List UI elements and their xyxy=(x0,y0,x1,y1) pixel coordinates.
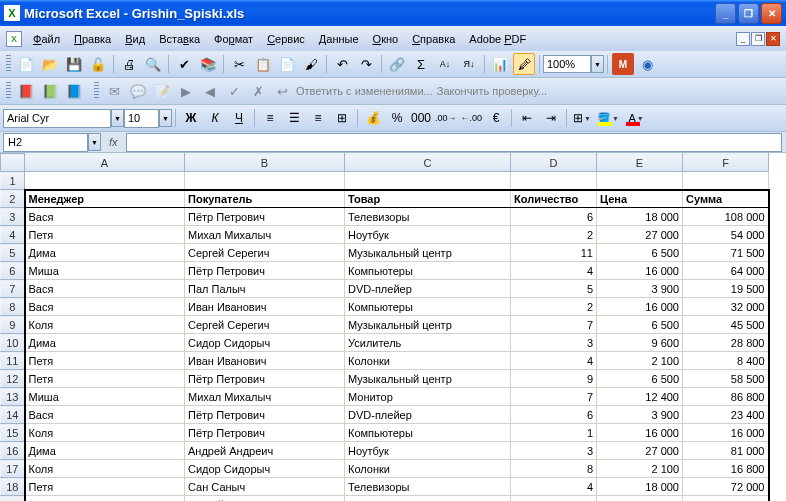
new-button[interactable]: 📄 xyxy=(15,53,37,75)
menu-формат[interactable]: Формат xyxy=(207,30,260,48)
row-header[interactable]: 2 xyxy=(1,190,25,208)
cell[interactable]: Миша xyxy=(25,388,185,406)
cell[interactable]: Михал Михалыч xyxy=(185,226,345,244)
percent-button[interactable]: % xyxy=(386,107,408,129)
cell[interactable]: 24 800 xyxy=(683,496,769,502)
row-header[interactable]: 17 xyxy=(1,460,25,478)
col-header-B[interactable]: B xyxy=(185,154,345,172)
cell[interactable]: Количество xyxy=(511,190,597,208)
maximize-button[interactable]: ❐ xyxy=(738,3,759,24)
cell[interactable]: DVD-плейер xyxy=(345,280,511,298)
cell[interactable]: 86 800 xyxy=(683,388,769,406)
cell[interactable]: Ноутбук xyxy=(345,226,511,244)
cell[interactable]: Пал Палыч xyxy=(185,280,345,298)
sort-asc-button[interactable]: А↓ xyxy=(434,53,456,75)
chart-button[interactable]: 📊 xyxy=(489,53,511,75)
underline-button[interactable]: Ч xyxy=(228,107,250,129)
spreadsheet[interactable]: A B C D E F 12МенеджерПокупательТоварКол… xyxy=(0,153,786,501)
cell[interactable]: Дима xyxy=(25,334,185,352)
row-header[interactable]: 4 xyxy=(1,226,25,244)
align-center-button[interactable]: ☰ xyxy=(283,107,305,129)
menu-окно[interactable]: Окно xyxy=(366,30,406,48)
close-button[interactable]: ✕ xyxy=(761,3,782,24)
cell[interactable]: 4 xyxy=(511,262,597,280)
cell[interactable]: Пётр Петрович xyxy=(185,370,345,388)
doc-restore-button[interactable]: ❐ xyxy=(751,32,765,46)
cell[interactable]: Компьютеры xyxy=(345,262,511,280)
cell[interactable]: 4 xyxy=(511,478,597,496)
cell[interactable]: 16 000 xyxy=(597,424,683,442)
preview-button[interactable]: 🔍 xyxy=(142,53,164,75)
col-header-F[interactable]: F xyxy=(683,154,769,172)
cell[interactable]: Вася xyxy=(25,496,185,502)
cell[interactable]: 2 100 xyxy=(597,352,683,370)
cell[interactable]: Компьютеры xyxy=(345,298,511,316)
cell[interactable]: 6 500 xyxy=(597,316,683,334)
cell[interactable]: 7 xyxy=(511,388,597,406)
dec-decimal-button[interactable]: ←.00 xyxy=(460,107,484,129)
cell[interactable]: Михал Михалыч xyxy=(185,388,345,406)
size-dropdown[interactable]: ▼ xyxy=(159,109,172,127)
row-header[interactable]: 11 xyxy=(1,352,25,370)
formula-bar[interactable] xyxy=(126,133,782,152)
name-dropdown[interactable]: ▼ xyxy=(88,133,101,151)
cell[interactable]: 54 000 xyxy=(683,226,769,244)
cell[interactable]: 6 xyxy=(511,406,597,424)
cell[interactable]: 18 000 xyxy=(597,208,683,226)
cell[interactable]: 16 000 xyxy=(597,262,683,280)
row-header[interactable]: 6 xyxy=(1,262,25,280)
col-header-E[interactable]: E xyxy=(597,154,683,172)
cell[interactable]: Сергей Серегич xyxy=(185,316,345,334)
bold-button[interactable]: Ж xyxy=(180,107,202,129)
zoom-dropdown[interactable]: ▼ xyxy=(591,55,604,73)
cell[interactable]: 71 500 xyxy=(683,244,769,262)
cell[interactable]: Пётр Петрович xyxy=(185,406,345,424)
cell[interactable]: 81 000 xyxy=(683,442,769,460)
menu-данные[interactable]: Данные xyxy=(312,30,366,48)
cell[interactable]: Ноутбук xyxy=(345,442,511,460)
inc-indent-button[interactable]: ⇥ xyxy=(540,107,562,129)
row-header[interactable]: 1 xyxy=(1,172,25,190)
align-right-button[interactable]: ≡ xyxy=(307,107,329,129)
cell[interactable]: 27 000 xyxy=(597,442,683,460)
cell[interactable]: 8 400 xyxy=(683,352,769,370)
cell[interactable]: Монитор xyxy=(345,388,511,406)
cell[interactable]: 3 900 xyxy=(597,280,683,298)
pdf-button-3[interactable]: 📘 xyxy=(63,80,85,102)
cell[interactable]: 3 xyxy=(511,442,597,460)
cell[interactable]: 2 100 xyxy=(597,460,683,478)
cell[interactable]: Покупатель xyxy=(185,190,345,208)
menu-сервис[interactable]: Сервис xyxy=(260,30,312,48)
col-header-C[interactable]: C xyxy=(345,154,511,172)
cell[interactable]: Телевизоры xyxy=(345,208,511,226)
font-color-button[interactable]: A▼ xyxy=(622,107,650,129)
cell[interactable]: Петя xyxy=(25,352,185,370)
font-size-box[interactable] xyxy=(124,109,159,128)
cell[interactable]: 28 800 xyxy=(683,334,769,352)
copy-button[interactable]: 📋 xyxy=(252,53,274,75)
pdf-button-2[interactable]: 📗 xyxy=(39,80,61,102)
euro-button[interactable]: € xyxy=(485,107,507,129)
cell[interactable]: Колонки xyxy=(345,352,511,370)
cell[interactable]: 64 000 xyxy=(683,262,769,280)
cell[interactable]: 6 xyxy=(511,208,597,226)
cell[interactable]: Дима xyxy=(25,244,185,262)
cell[interactable]: 72 000 xyxy=(683,478,769,496)
cell[interactable]: Сан Саныч xyxy=(185,478,345,496)
row-header[interactable]: 19 xyxy=(1,496,25,502)
cell[interactable]: 7 xyxy=(511,316,597,334)
zoom-box[interactable]: 100% xyxy=(543,55,591,73)
cell[interactable]: 32 000 xyxy=(683,298,769,316)
cell[interactable]: Коля xyxy=(25,316,185,334)
drawing-button[interactable]: 🖉 xyxy=(513,53,535,75)
row-header[interactable]: 5 xyxy=(1,244,25,262)
cell[interactable]: 18 000 xyxy=(597,478,683,496)
cell[interactable]: Вася xyxy=(25,406,185,424)
sort-desc-button[interactable]: Я↓ xyxy=(458,53,480,75)
pdf-button-1[interactable]: 📕 xyxy=(15,80,37,102)
cell[interactable]: Сидор Сидорыч xyxy=(185,460,345,478)
redo-button[interactable]: ↷ xyxy=(355,53,377,75)
row-header[interactable]: 3 xyxy=(1,208,25,226)
m-button[interactable]: M xyxy=(612,53,634,75)
row-header[interactable]: 15 xyxy=(1,424,25,442)
